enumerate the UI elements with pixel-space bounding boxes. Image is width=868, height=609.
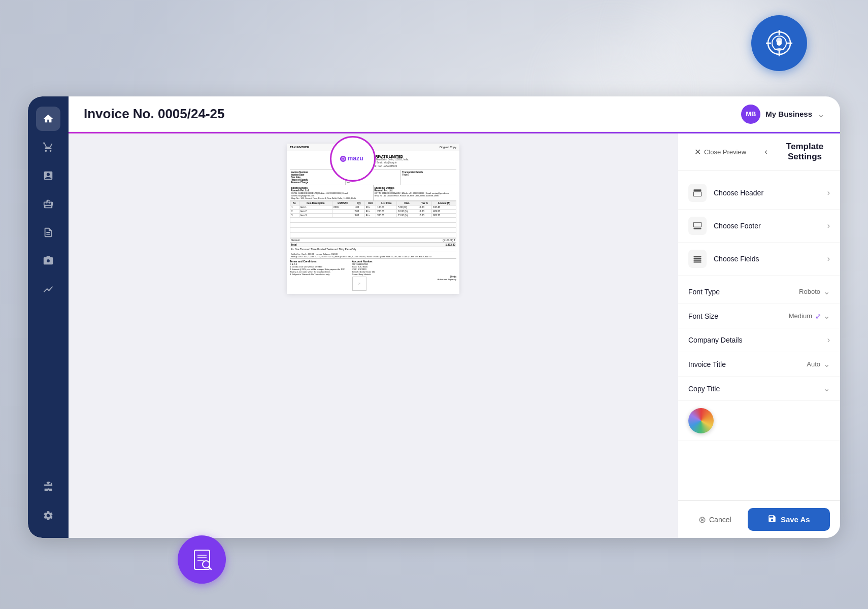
arrow-right-icon: › <box>827 335 830 345</box>
chevron-down-icon: ⌄ <box>817 109 825 120</box>
main-header: Invoice No. 0005/24-25 MB My Business ⌄ <box>69 96 840 132</box>
header-icon <box>688 184 707 202</box>
footer-icon <box>688 217 707 235</box>
font-size-label: Font Size <box>688 312 789 320</box>
save-as-label: Save As <box>781 515 810 524</box>
invoice-title-label: Invoice Title <box>688 360 807 368</box>
sidebar-item-business[interactable] <box>36 475 60 499</box>
invoice-title-row[interactable]: Invoice Title Auto ⌄ <box>678 352 840 377</box>
table-row: 2Item 22.00Pcs200.0010.00 (%)12.00403.20 <box>290 209 456 213</box>
chevron-down-icon: ⌄ <box>823 287 830 296</box>
choose-header-item[interactable]: Choose Header › <box>678 177 840 210</box>
settings-content: Choose Header › Choose Footer › <box>678 171 840 500</box>
cancel-button[interactable]: ⊗ Cancel <box>688 509 742 530</box>
choose-header-label: Choose Header <box>714 189 820 197</box>
expand-icon: ⤢ <box>815 312 821 320</box>
arrow-right-icon: › <box>827 221 830 230</box>
sidebar <box>28 96 69 538</box>
discount-value: (1,100.00) ₹ <box>443 239 455 242</box>
copy-title-row[interactable]: Copy Title ⌄ <box>678 377 840 401</box>
color-picker-ball[interactable] <box>688 408 714 433</box>
svg-point-16 <box>342 158 344 159</box>
svg-rect-24 <box>694 260 702 261</box>
copy-title-label: Copy Title <box>688 385 823 393</box>
svg-rect-22 <box>694 256 702 257</box>
invoice-title: Invoice No. 0005/24-25 <box>84 106 224 122</box>
invoice-body: BUSY INFOTECH PRIVATE LIMITED Jhansi Roa… <box>287 151 459 294</box>
sidebar-item-reports[interactable] <box>36 163 60 188</box>
chevron-down-icon: ⌄ <box>823 384 830 393</box>
font-size-value: Medium <box>789 312 812 320</box>
svg-rect-23 <box>694 258 702 259</box>
panel-title: Template Settings <box>780 142 830 162</box>
business-avatar: MB <box>741 105 760 124</box>
choose-footer-item[interactable]: Choose Footer › <box>678 210 840 243</box>
table-row: 1Item 102011.00Pcs100.005.00 (%)12.00106… <box>290 205 456 209</box>
main-card: Invoice No. 0005/24-25 MB My Business ⌄ <box>28 96 840 538</box>
close-icon: ✕ <box>694 147 701 157</box>
cancel-label: Cancel <box>709 516 731 524</box>
svg-rect-19 <box>694 192 702 196</box>
arrow-right-icon: › <box>827 254 830 263</box>
font-size-row[interactable]: Font Size Medium ⤢ ⌄ <box>678 304 840 328</box>
svg-rect-20 <box>694 222 702 227</box>
panel-footer: ⊗ Cancel Save As <box>678 500 840 538</box>
sidebar-item-analytics[interactable] <box>36 277 60 301</box>
arrow-right-icon: › <box>827 188 830 197</box>
cancel-circle-icon: ⊗ <box>698 514 706 525</box>
company-details-row[interactable]: Company Details › <box>678 328 840 352</box>
sidebar-item-home[interactable] <box>36 107 60 131</box>
top-right-target-icon <box>751 15 807 71</box>
save-as-button[interactable]: Save As <box>748 508 830 531</box>
chevron-down-icon: ⌄ <box>823 359 830 369</box>
color-preview-area <box>678 401 840 441</box>
invoice-items-table: Sr. Item Description HSN/SAC Qty Unit Li… <box>290 201 456 238</box>
font-type-value: Roboto <box>799 288 820 295</box>
invoice-title-value: Auto <box>807 360 820 368</box>
bottom-invoice-icon <box>178 535 226 584</box>
svg-point-7 <box>776 38 782 44</box>
invoice-footer: Terms and Conditions E & O.E 1. Goods on… <box>290 260 456 292</box>
empty-row <box>290 232 456 238</box>
chevron-down-icon: ⌄ <box>823 311 830 321</box>
discount-label: Discount <box>291 239 300 242</box>
svg-text:mazu: mazu <box>348 155 363 162</box>
panel-back-button[interactable]: ‹ <box>758 144 774 159</box>
choose-fields-label: Choose Fields <box>714 255 820 263</box>
sidebar-item-settings[interactable] <box>36 503 60 528</box>
panel-header: ✕ Close Preview ‹ Template Settings <box>678 133 840 171</box>
sidebar-item-products[interactable] <box>36 192 60 216</box>
choose-fields-item[interactable]: Choose Fields › <box>678 243 840 276</box>
sidebar-item-documents[interactable] <box>36 220 60 245</box>
business-selector[interactable]: MB My Business ⌄ <box>741 105 825 124</box>
invoice-total-row: Total 1,312.30 <box>290 242 456 247</box>
svg-rect-18 <box>694 189 702 191</box>
chevron-left-icon: ‹ <box>764 147 767 156</box>
business-name: My Business <box>765 110 812 118</box>
company-logo: mazu <box>340 152 366 166</box>
empty-row <box>290 217 456 222</box>
empty-row <box>290 222 456 227</box>
settings-panel: ✕ Close Preview ‹ Template Settings <box>678 133 840 538</box>
amount-words: Rs. One Thousand Three Hundred Twelve an… <box>290 247 456 252</box>
sidebar-item-camera[interactable] <box>36 249 60 273</box>
split-layout: mazu TAX INVOICE Original Copy BUSY INFO… <box>69 133 840 538</box>
close-preview-button[interactable]: ✕ Close Preview <box>688 144 752 160</box>
svg-rect-25 <box>694 261 702 262</box>
svg-rect-21 <box>694 228 702 229</box>
invoice-type-label: TAX INVOICE <box>290 146 309 149</box>
empty-row <box>290 227 456 232</box>
invoice-document: mazu TAX INVOICE Original Copy BUSY INFO… <box>287 144 459 294</box>
fields-icon <box>688 250 707 268</box>
save-icon <box>767 514 777 525</box>
content-area: Invoice No. 0005/24-25 MB My Business ⌄ <box>69 96 840 538</box>
sidebar-item-cart[interactable] <box>36 135 60 159</box>
settled-by: Settled by : Cash : 300.00 | Invoice Bal… <box>290 252 456 259</box>
font-type-row[interactable]: Font Type Roboto ⌄ <box>678 280 840 304</box>
logo-circle-overlay: mazu <box>330 136 376 182</box>
copy-type-label: Original Copy <box>440 146 456 149</box>
company-details-label: Company Details <box>688 336 827 344</box>
svg-rect-8 <box>194 550 210 569</box>
choose-footer-label: Choose Footer <box>714 222 820 230</box>
close-preview-label: Close Preview <box>704 148 746 156</box>
